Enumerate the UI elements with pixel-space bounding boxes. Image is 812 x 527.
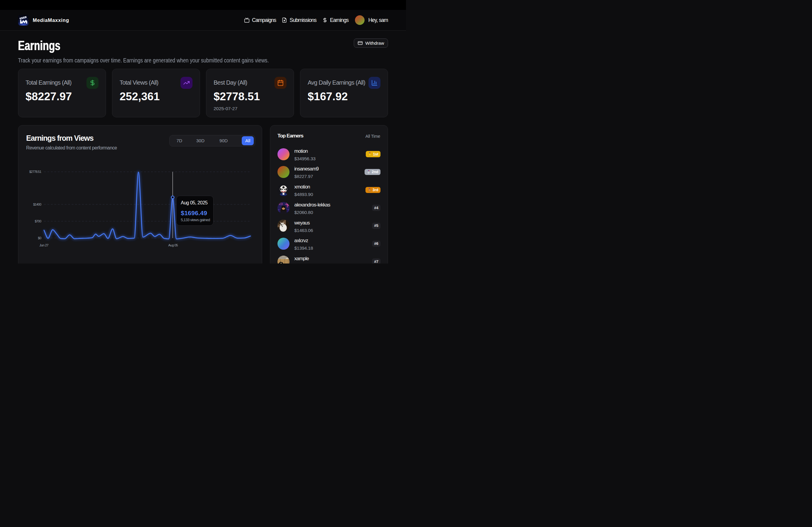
svg-text:$0: $0 xyxy=(38,236,41,240)
svg-text:Aug 05: Aug 05 xyxy=(168,243,178,247)
svg-text:$1400: $1400 xyxy=(33,202,41,206)
svg-text:$2778.51: $2778.51 xyxy=(29,170,41,174)
svg-text:$700: $700 xyxy=(35,220,41,223)
svg-text:Jun 27: Jun 27 xyxy=(39,243,48,247)
